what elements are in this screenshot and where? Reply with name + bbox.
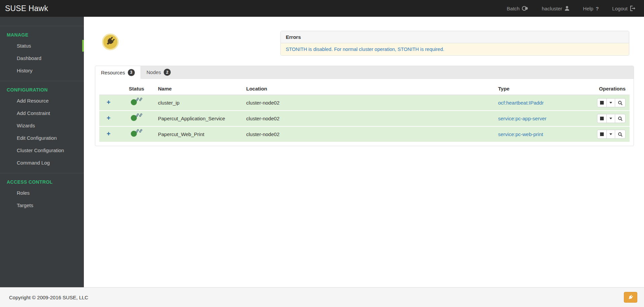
resource-name: cluster_ip	[155, 95, 244, 111]
sidebar-section-access-control: ACCESS CONTROL Roles Targets	[0, 173, 84, 216]
sidebar-section-title: CONFIGURATION	[0, 82, 84, 95]
help-label: Help	[583, 6, 593, 11]
stonith-error-message[interactable]: STONITH is disabled. For normal cluster …	[281, 43, 629, 55]
table-row: + cluster_ip cluster-node02	[99, 95, 630, 111]
sidebar-section-manage: MANAGE Status Dashboard History	[0, 26, 84, 81]
batch-toggle-icon	[522, 6, 528, 11]
stop-icon	[600, 101, 604, 105]
sidebar-item-status[interactable]: Status	[0, 40, 84, 52]
logout-menu-item[interactable]: Logout	[612, 6, 636, 11]
stop-resource-button[interactable]	[597, 130, 607, 139]
col-type: Type	[495, 83, 590, 95]
operations-button-group	[597, 114, 626, 123]
resources-count-badge: 3	[128, 69, 135, 76]
caret-down-icon	[609, 102, 612, 104]
expand-row-button[interactable]: +	[107, 116, 111, 120]
resource-location: cluster-node02	[244, 126, 495, 142]
sidebar-item-history[interactable]: History	[0, 64, 84, 77]
sidebar-item-roles[interactable]: Roles	[0, 187, 84, 199]
app-brand[interactable]: SUSE Hawk	[5, 4, 48, 13]
logout-label: Logout	[612, 6, 628, 11]
resource-type-link[interactable]: service:pc-app-server	[498, 116, 546, 121]
resources-table: Status Name Location Type Operations +	[99, 83, 630, 142]
footer: Copyright © 2009-2016 SUSE, LLC	[0, 287, 644, 307]
col-operations: Operations	[590, 83, 630, 95]
col-status: Status	[118, 83, 155, 95]
errors-panel-title: Errors	[281, 31, 629, 43]
expand-row-button[interactable]: +	[107, 100, 111, 105]
main-content: Errors STONITH is disabled. For normal c…	[84, 17, 644, 287]
help-menu-item[interactable]: Help ?	[583, 6, 599, 11]
link-constraints-icon	[136, 129, 142, 133]
operations-dropdown-button[interactable]	[606, 114, 615, 123]
sidebar-item-cluster-configuration[interactable]: Cluster Configuration	[0, 144, 84, 157]
sidebar-item-edit-configuration[interactable]: Edit Configuration	[0, 132, 84, 144]
stop-resource-button[interactable]	[597, 114, 607, 123]
tab-resources-label: Resources	[101, 70, 125, 75]
resources-tab-content: Status Name Location Type Operations +	[95, 79, 634, 146]
table-row: + Papercut_Web_Print cluster-no	[99, 126, 630, 142]
status-tab-panel: Resources 3 Nodes 2 Status Name	[95, 66, 634, 146]
sidebar-item-add-resource[interactable]: Add Resource	[0, 95, 84, 107]
resource-name: Papercut_Application_Service	[155, 111, 244, 126]
user-menu-item[interactable]: hacluster	[542, 6, 570, 11]
sidebar: MANAGE Status Dashboard History CONFIGUR…	[0, 17, 84, 287]
table-row: + Papercut_Application_Service	[99, 111, 630, 126]
col-location: Location	[244, 83, 495, 95]
plug-icon	[628, 295, 633, 300]
sidebar-item-wizards[interactable]: Wizards	[0, 119, 84, 132]
caret-down-icon	[609, 133, 612, 135]
content-header-row: Errors STONITH is disabled. For normal c…	[84, 17, 644, 56]
sidebar-item-add-constraint[interactable]: Add Constraint	[0, 107, 84, 119]
magnifier-icon	[618, 116, 623, 121]
copyright-text: Copyright © 2009-2016 SUSE, LLC	[9, 295, 88, 300]
tab-resources[interactable]: Resources 3	[95, 66, 141, 79]
caret-down-icon	[609, 118, 612, 119]
resource-type-link[interactable]: ocf:heartbeat:IPaddr	[498, 100, 544, 106]
sidebar-item-command-log[interactable]: Command Log	[0, 157, 84, 169]
resource-location: cluster-node02	[244, 95, 495, 111]
sidebar-section-configuration: CONFIGURATION Add Resource Add Constrain…	[0, 81, 84, 173]
link-constraints-icon	[136, 113, 142, 117]
batch-label: Batch	[507, 6, 520, 11]
nodes-count-badge: 2	[164, 69, 171, 76]
sidebar-item-dashboard[interactable]: Dashboard	[0, 52, 84, 64]
sidebar-section-title: MANAGE	[0, 27, 84, 40]
status-indicator	[131, 115, 142, 121]
sign-out-icon	[630, 6, 636, 11]
resource-location: cluster-node02	[244, 111, 495, 126]
errors-panel: Errors STONITH is disabled. For normal c…	[280, 31, 629, 56]
status-indicator	[131, 130, 142, 137]
batch-menu-item[interactable]: Batch	[507, 6, 528, 11]
simulator-plug-button[interactable]	[624, 292, 637, 303]
col-expand	[99, 83, 118, 95]
col-name: Name	[155, 83, 244, 95]
top-navbar: SUSE Hawk Batch hacluster Help ? Logout	[0, 0, 644, 17]
stop-icon	[600, 117, 604, 120]
operations-button-group	[597, 130, 626, 139]
resource-details-button[interactable]	[615, 114, 626, 123]
magnifier-icon	[618, 101, 623, 105]
resource-details-button[interactable]	[615, 98, 626, 107]
operations-button-group	[597, 98, 626, 107]
stop-resource-button[interactable]	[597, 98, 607, 107]
cluster-plug-badge	[102, 34, 119, 50]
operations-dropdown-button[interactable]	[606, 130, 615, 139]
status-indicator	[131, 99, 142, 106]
plug-icon	[105, 36, 115, 48]
sidebar-section-title: ACCESS CONTROL	[0, 175, 84, 187]
tab-nodes[interactable]: Nodes 2	[141, 66, 176, 78]
sidebar-item-targets[interactable]: Targets	[0, 199, 84, 211]
resource-name: Papercut_Web_Print	[155, 126, 244, 142]
expand-row-button[interactable]: +	[107, 131, 111, 136]
resource-details-button[interactable]	[615, 130, 626, 139]
tab-nodes-label: Nodes	[147, 69, 161, 75]
magnifier-icon	[618, 132, 623, 137]
navbar-menu: Batch hacluster Help ? Logout	[507, 6, 636, 11]
user-icon	[565, 6, 570, 11]
operations-dropdown-button[interactable]	[606, 98, 615, 107]
table-header-row: Status Name Location Type Operations	[99, 83, 630, 95]
resource-type-link[interactable]: service:pc-web-print	[498, 131, 543, 137]
username-label: hacluster	[542, 6, 562, 11]
question-icon: ?	[596, 6, 599, 11]
